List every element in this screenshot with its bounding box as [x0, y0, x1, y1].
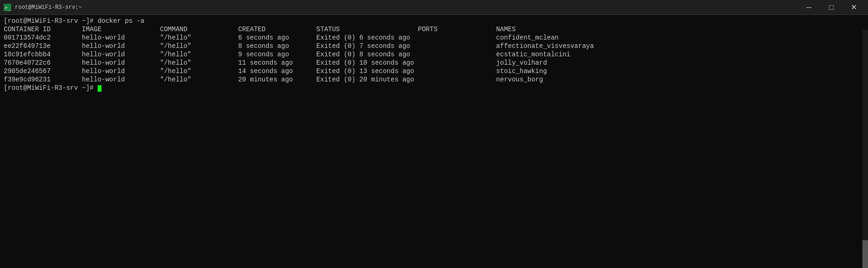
- table-row: 2985de246567 hello-world "/hello" 14 sec…: [4, 67, 864, 75]
- row-data: 7670e40722c6 hello-world "/hello" 11 sec…: [4, 59, 547, 67]
- col-header: CONTAINER ID IMAGE COMMAND CREATED STATU…: [4, 26, 516, 33]
- prompt2: [root@MiWiFi-R3-srv ~]#: [4, 84, 98, 92]
- table-row: 7670e40722c6 hello-world "/hello" 11 sec…: [4, 59, 864, 67]
- row-data: 2985de246567 hello-world "/hello" 14 sec…: [4, 67, 547, 75]
- row-data: ee22f649713e hello-world "/hello" 8 seco…: [4, 42, 594, 50]
- window-controls: ─ □ ✕: [798, 0, 864, 15]
- row-data: f39e9cd96231 hello-world "/hello" 20 min…: [4, 76, 543, 83]
- table-row: 18c91efcbbb4 hello-world "/hello" 9 seco…: [4, 50, 864, 59]
- maximize-button[interactable]: □: [821, 0, 842, 15]
- table-row: 001713574dc2 hello-world "/hello" 6 seco…: [4, 34, 864, 42]
- table-row: f39e9cd96231 hello-world "/hello" 20 min…: [4, 75, 864, 84]
- command-text: docker ps -a: [98, 17, 145, 25]
- title-bar: >_ root@MiWiFi-R3-srv:~ ─ □ ✕: [0, 0, 868, 15]
- table-row: ee22f649713e hello-world "/hello" 8 seco…: [4, 42, 864, 50]
- minimize-button[interactable]: ─: [798, 0, 820, 15]
- cursor: [98, 85, 101, 92]
- terminal-window: >_ root@MiWiFi-R3-srv:~ ─ □ ✕ [root@MiWi…: [0, 0, 868, 268]
- scrollbar-thumb[interactable]: [862, 240, 868, 268]
- prompt-line: [root@MiWiFi-R3-srv ~]#: [4, 84, 864, 92]
- header-line: CONTAINER ID IMAGE COMMAND CREATED STATU…: [4, 25, 864, 34]
- row-data: 18c91efcbbb4 hello-world "/hello" 9 seco…: [4, 51, 570, 58]
- terminal-body[interactable]: [root@MiWiFi-R3-srv ~]# docker ps -a CON…: [0, 15, 868, 268]
- prompt: [root@MiWiFi-R3-srv ~]#: [4, 17, 98, 25]
- scrollbar[interactable]: [862, 30, 868, 268]
- window-title: root@MiWiFi-R3-srv:~: [15, 4, 798, 11]
- command-line: [root@MiWiFi-R3-srv ~]# docker ps -a: [4, 17, 864, 25]
- close-button[interactable]: ✕: [843, 0, 864, 15]
- terminal-icon: >_: [4, 4, 11, 11]
- row-data: 001713574dc2 hello-world "/hello" 6 seco…: [4, 34, 559, 41]
- svg-text:>_: >_: [5, 5, 11, 11]
